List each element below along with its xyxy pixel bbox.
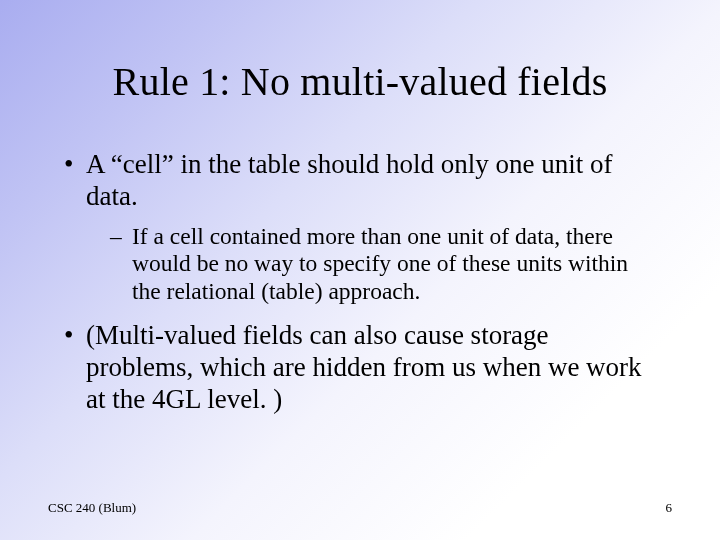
bullet-text-2: (Multi-valued fields can also cause stor… (86, 320, 642, 414)
sub-bullet-text-1: If a cell contained more than one unit o… (132, 223, 628, 304)
bullet-item-1: A “cell” in the table should hold only o… (64, 149, 660, 306)
slide-title: Rule 1: No multi-valued fields (48, 58, 672, 105)
sub-bullet-item-1: If a cell contained more than one unit o… (110, 223, 660, 306)
slide-number: 6 (666, 500, 673, 516)
bullet-item-2: (Multi-valued fields can also cause stor… (64, 320, 660, 416)
bullet-list: A “cell” in the table should hold only o… (48, 149, 672, 415)
slide: Rule 1: No multi-valued fields A “cell” … (0, 0, 720, 540)
bullet-text-1: A “cell” in the table should hold only o… (86, 149, 612, 211)
footer-left: CSC 240 (Blum) (48, 500, 136, 516)
sub-bullet-list: If a cell contained more than one unit o… (86, 223, 660, 306)
